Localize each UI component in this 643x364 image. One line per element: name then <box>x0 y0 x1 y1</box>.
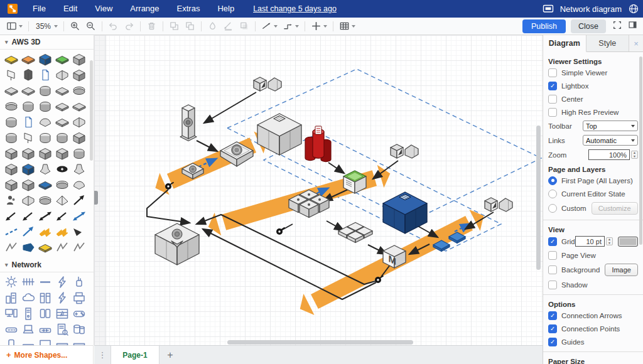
node-flat4[interactable] <box>338 223 372 243</box>
shape-desktop[interactable] <box>3 306 19 321</box>
shape-round[interactable] <box>36 130 53 146</box>
connector[interactable] <box>328 163 344 173</box>
shape-wedge[interactable] <box>53 67 70 83</box>
grid-checkbox[interactable]: ✓ <box>548 237 557 246</box>
shape-panel[interactable] <box>3 67 19 83</box>
menu-file[interactable]: File <box>24 4 55 13</box>
connector[interactable] <box>327 221 343 230</box>
shape-bell[interactable] <box>36 161 53 177</box>
diagram-canvas[interactable]: M <box>94 35 543 345</box>
shape-dash[interactable] <box>3 224 19 240</box>
shape-flat[interactable] <box>53 83 70 99</box>
line-color-icon[interactable] <box>220 19 236 33</box>
shape-zig[interactable] <box>53 240 70 255</box>
shape-cube[interactable] <box>3 177 19 193</box>
shape-storage[interactable] <box>70 321 87 337</box>
canvas-vertical-scrollbar[interactable] <box>536 126 541 270</box>
table-icon[interactable] <box>337 19 358 33</box>
shape-round[interactable] <box>36 99 53 114</box>
grid-size-input[interactable]: 10 pt <box>575 236 605 247</box>
format-panel-scrollbar[interactable] <box>639 56 642 245</box>
shape-flat[interactable] <box>19 51 36 67</box>
background-checkbox[interactable] <box>548 265 557 274</box>
shape-person[interactable] <box>3 193 19 208</box>
shadow-checkbox[interactable] <box>548 281 557 289</box>
menu-view[interactable]: View <box>86 4 121 13</box>
sidebar-collapse-handle[interactable] <box>94 191 98 205</box>
zoom-stepper[interactable]: ▲▼ <box>631 151 638 159</box>
shape-cube[interactable] <box>70 67 87 83</box>
shape-tower[interactable] <box>19 306 36 321</box>
shape-fence[interactable] <box>19 274 36 290</box>
shape-disc[interactable] <box>70 83 87 99</box>
shape-arr[interactable] <box>70 193 87 208</box>
shape-flat[interactable] <box>53 99 70 114</box>
comment-icon[interactable] <box>543 3 554 14</box>
connector[interactable] <box>197 141 217 151</box>
node-client[interactable] <box>485 198 512 211</box>
grid-color-swatch[interactable] <box>618 237 638 247</box>
node-tower[interactable] <box>180 105 197 141</box>
shape-round[interactable] <box>70 146 87 161</box>
grid-stepper[interactable]: ▲▼ <box>606 237 613 245</box>
shape-bolt[interactable] <box>53 274 70 290</box>
simple-viewer-checkbox[interactable] <box>548 68 557 77</box>
shape-city[interactable] <box>3 290 19 306</box>
menu-arrange[interactable]: Arrange <box>121 4 168 13</box>
app-logo-icon[interactable] <box>8 4 18 14</box>
zoom-out-icon[interactable] <box>83 19 99 33</box>
menu-help[interactable]: Help <box>208 4 243 13</box>
shape-round[interactable] <box>53 130 70 146</box>
node-reddb[interactable] <box>305 126 331 162</box>
shape-printer[interactable] <box>70 290 87 306</box>
zoom-level-dropdown[interactable]: 35% <box>32 21 60 32</box>
shape-zig[interactable] <box>3 240 19 255</box>
tab-diagram[interactable]: Diagram <box>543 35 586 52</box>
lightbox-checkbox[interactable]: ✓ <box>548 82 557 90</box>
page-tab-page1[interactable]: Page-1 <box>111 346 159 364</box>
shape-cube[interactable] <box>3 161 19 177</box>
shape-dome[interactable] <box>36 114 53 130</box>
sidebar-scrollbar[interactable] <box>90 60 93 161</box>
connector[interactable] <box>281 224 293 230</box>
shape-round[interactable] <box>36 83 53 99</box>
shape-arr[interactable] <box>53 208 70 224</box>
shape-round[interactable] <box>19 99 36 114</box>
shape-cube[interactable] <box>53 146 70 161</box>
current-editor-state-radio[interactable] <box>548 190 557 198</box>
undo-icon[interactable] <box>105 19 121 33</box>
shape-round[interactable] <box>3 114 19 130</box>
shape-rack[interactable] <box>53 337 70 345</box>
sidebar-section-network[interactable]: ▾Network <box>0 258 94 272</box>
center-checkbox[interactable] <box>548 95 557 104</box>
redo-icon[interactable] <box>121 19 137 33</box>
first-page-all-layers-radio[interactable] <box>548 176 557 185</box>
connection-arrows-checkbox[interactable]: ✓ <box>548 311 557 320</box>
shape-sun[interactable] <box>3 274 19 290</box>
globe-icon[interactable] <box>628 3 639 14</box>
close-panel-icon[interactable]: × <box>629 35 643 51</box>
shape-monitor[interactable] <box>36 337 53 345</box>
shape-doc[interactable] <box>36 67 53 83</box>
shape-disc[interactable] <box>36 193 53 208</box>
shape-cube[interactable] <box>19 177 36 193</box>
shape-arr[interactable] <box>3 208 19 224</box>
shape-cube[interactable] <box>19 146 36 161</box>
shape-dome[interactable] <box>70 177 87 193</box>
shape-flat[interactable] <box>53 51 70 67</box>
shape-cube[interactable] <box>19 161 36 177</box>
shape-cube[interactable] <box>70 130 87 146</box>
shape-flat[interactable] <box>36 177 53 193</box>
node-building[interactable] <box>155 223 199 265</box>
shadow-icon[interactable] <box>236 19 252 33</box>
menu-extras[interactable]: Extras <box>168 4 209 13</box>
zoom-input[interactable]: 100% <box>588 149 630 160</box>
shape-wedge[interactable] <box>70 114 87 130</box>
shape-bolt[interactable] <box>53 290 70 306</box>
shape-racks[interactable] <box>36 290 53 306</box>
shape-flat[interactable] <box>3 83 19 99</box>
image-button[interactable]: Image <box>605 264 638 276</box>
shape-hub[interactable] <box>19 337 36 345</box>
shape-rack[interactable] <box>70 337 87 345</box>
shape-flat[interactable] <box>70 99 87 114</box>
